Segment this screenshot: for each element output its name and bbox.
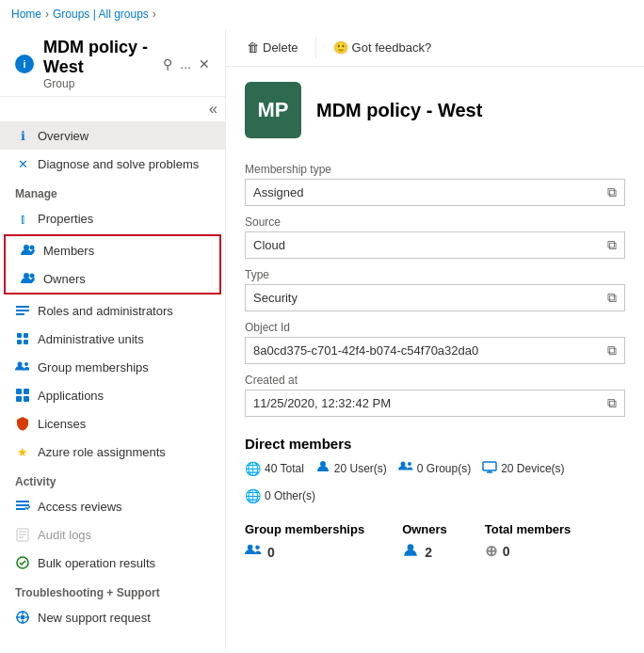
svg-point-12 [24,362,28,366]
overview-icon: ℹ [15,128,30,143]
bulk-results-icon [15,555,30,570]
svg-rect-17 [16,501,29,502]
others-icon: 🌐 [245,488,261,503]
membership-type-value: Assigned ⧉ [245,179,625,206]
group-avatar: MP [245,82,301,138]
close-icon[interactable]: ✕ [199,56,210,72]
sidebar-item-licenses[interactable]: Licenses [0,409,225,438]
breadcrumb-groups[interactable]: Groups | All groups [53,8,149,21]
group-memberships-icon [15,359,30,374]
svg-rect-4 [16,306,29,308]
devices-stat: 20 Device(s) [482,459,564,477]
sidebar-item-overview[interactable]: ℹ Overview [0,121,225,150]
svg-rect-30 [483,462,496,470]
sidebar-item-access-reviews[interactable]: Access reviews [0,492,225,520]
users-icon [315,459,330,477]
sidebar-item-members[interactable]: Members [6,236,219,264]
total-icon: 🌐 [245,461,261,476]
delete-icon: 🗑 [247,40,259,55]
audit-logs-icon [15,527,30,542]
type-label: Type [245,268,625,281]
breadcrumb-home[interactable]: Home [11,8,41,21]
source-copy[interactable]: ⧉ [607,237,617,253]
users-stat: 20 User(s) [315,459,387,477]
svg-point-3 [30,274,35,279]
group-name: MDM policy - West [316,100,482,121]
svg-rect-14 [24,389,29,394]
sidebar-item-roles[interactable]: Roles and administrators [0,296,225,325]
svg-rect-7 [17,333,22,338]
object-id-value: 8a0cd375-c701-42f4-b074-c54f70a32da0 ⧉ [245,337,625,364]
header-info-icon: i [15,55,34,73]
svg-rect-13 [16,389,22,394]
svg-point-33 [248,545,253,550]
svg-rect-18 [16,504,29,506]
svg-rect-6 [16,313,24,315]
members-icon [21,243,36,258]
group-memberships-stat: Group memberships 0 [245,522,364,562]
svg-point-28 [400,462,405,467]
bottom-stats: Group memberships 0 Owners 2 T [226,511,644,573]
svg-rect-5 [16,310,29,311]
svg-rect-10 [24,340,28,344]
membership-type-label: Membership type [245,163,625,176]
object-id-copy[interactable]: ⧉ [607,342,617,358]
svg-point-34 [255,545,260,549]
sidebar-item-group-memberships[interactable]: Group memberships [0,353,225,381]
membership-type-copy[interactable]: ⧉ [607,184,617,200]
svg-rect-9 [17,340,22,344]
svg-point-22 [21,615,25,620]
sidebar-item-bulk-results[interactable]: Bulk operation results [0,549,225,577]
source-label: Source [245,215,625,229]
type-value: Security ⧉ [245,284,625,311]
feedback-button[interactable]: 🙂 Got feedback? [328,37,438,58]
delete-button[interactable]: 🗑 Delete [241,37,304,58]
svg-point-29 [408,462,411,466]
panel-title: MDM policy - West [43,38,153,77]
source-value: Cloud ⧉ [245,231,625,259]
groups-stat: 0 Group(s) [398,459,471,477]
sidebar-item-admin-units[interactable]: Administrative units [0,325,225,353]
sidebar: i MDM policy - West Group ⚲ ... ✕ « ℹ Ov… [0,28,226,651]
group-header: MP MDM policy - West [226,67,644,146]
svg-rect-15 [16,396,22,402]
sidebar-item-applications[interactable]: Applications [0,381,225,409]
pin-icon[interactable]: ⚲ [163,56,172,72]
others-stat: 🌐 0 Other(s) [245,488,315,503]
sidebar-item-properties[interactable]: ⫿ Properties [0,204,225,232]
total-stat: 🌐 40 Total [245,461,304,476]
total-members-stat: Total members ⊕ 0 [485,522,572,562]
licenses-icon [15,416,30,431]
properties-icon: ⫿ [15,211,30,226]
devices-icon [482,459,497,477]
access-reviews-icon [15,499,30,514]
type-copy[interactable]: ⧉ [607,290,617,306]
collapse-sidebar-button[interactable]: « [209,101,217,118]
members-stats: 🌐 40 Total 20 User(s) 0 Group(s) [245,459,625,503]
main-content: 🗑 Delete 🙂 Got feedback? MP MDM policy -… [226,28,644,651]
svg-point-11 [18,362,23,367]
owners-icon [21,271,36,286]
owners-stat: Owners 2 [402,522,447,562]
svg-rect-8 [24,333,28,338]
sidebar-item-owners[interactable]: Owners [6,264,219,293]
applications-icon [15,388,30,403]
created-at-copy[interactable]: ⧉ [607,395,617,411]
toolbar: 🗑 Delete 🙂 Got feedback? [226,28,644,67]
sidebar-item-new-support[interactable]: New support request [0,603,225,631]
total-members-stat-icon: ⊕ [485,542,497,560]
sidebar-item-diagnose[interactable]: ✕ Diagnose and solve problems [0,150,225,178]
more-icon[interactable]: ... [180,56,191,72]
svg-rect-19 [16,508,25,510]
roles-icon [15,303,30,318]
direct-members-title: Direct members [245,436,625,452]
owners-stat-icon [402,542,419,562]
svg-rect-16 [24,396,29,402]
panel-subtitle: Group [43,77,153,90]
feedback-icon: 🙂 [333,40,348,55]
sidebar-item-audit-logs[interactable]: Audit logs [0,520,225,549]
created-at-label: Created at [245,374,625,387]
support-icon [15,610,30,625]
sidebar-item-azure-roles[interactable]: ★ Azure role assignments [0,438,225,466]
groups-icon [398,459,413,477]
